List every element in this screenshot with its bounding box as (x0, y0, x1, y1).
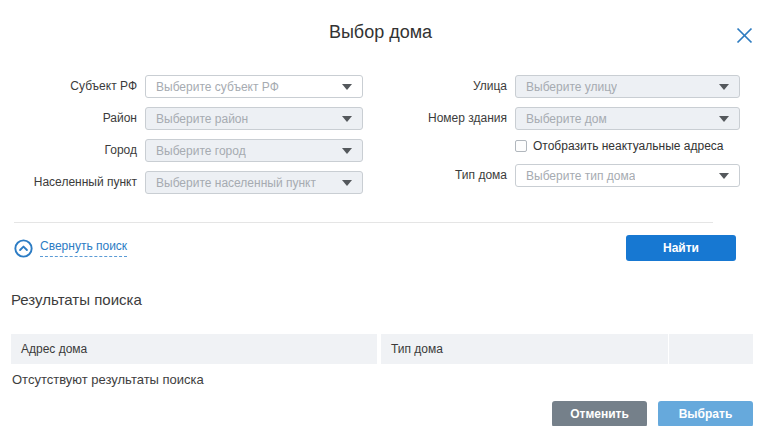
street-select[interactable]: Выберите улицу (515, 75, 740, 98)
house-selection-dialog: Выбор дома Субъект РФ Выберите субъект Р… (0, 22, 761, 426)
column-header-house-address: Адрес дома (11, 334, 377, 364)
city-select[interactable]: Выберите город (145, 139, 363, 162)
column-header-house-type: Тип дома (381, 334, 668, 364)
collapse-search-label: Свернуть поиск (40, 240, 127, 257)
settlement-select[interactable]: Выберите населенный пункт (145, 171, 363, 194)
settlement-placeholder: Выберите населенный пункт (156, 176, 316, 190)
show-inactive-addresses-label: Отобразить неактуальные адреса (533, 139, 723, 153)
city-label: Город (0, 144, 145, 157)
house-type-select[interactable]: Выберите тип дома (515, 164, 740, 187)
settlement-label: Населенный пункт (0, 176, 145, 189)
field-row-house-type: Тип дома Выберите тип дома (372, 164, 740, 187)
divider (14, 222, 713, 223)
results-heading: Результаты поиска (11, 291, 761, 308)
chevron-down-icon (342, 180, 352, 186)
dialog-footer: Отменить Выбрать (0, 401, 753, 426)
subject-rf-label: Субъект РФ (0, 80, 145, 93)
field-row-subject-rf: Субъект РФ Выберите субъект РФ (0, 75, 363, 98)
subject-rf-placeholder: Выберите субъект РФ (156, 80, 279, 94)
street-label: Улица (372, 80, 515, 93)
house-type-label: Тип дома (372, 169, 515, 182)
building-number-select[interactable]: Выберите дом (515, 107, 740, 130)
chevron-down-icon (719, 84, 729, 90)
collapse-search-link[interactable]: Свернуть поиск (14, 239, 127, 258)
street-placeholder: Выберите улицу (526, 80, 617, 94)
building-number-label: Номер здания (372, 112, 515, 125)
address-search-form: Субъект РФ Выберите субъект РФ Район Выб… (0, 75, 761, 203)
form-left-column: Субъект РФ Выберите субъект РФ Район Выб… (0, 75, 363, 203)
close-x-icon (736, 27, 753, 44)
cancel-button[interactable]: Отменить (552, 401, 647, 426)
field-row-city: Город Выберите город (0, 139, 363, 162)
column-header-actions (669, 334, 753, 364)
show-inactive-addresses-row: Отобразить неактуальные адреса (515, 139, 740, 153)
field-row-street: Улица Выберите улицу (372, 75, 740, 98)
show-inactive-addresses-checkbox[interactable] (515, 140, 527, 152)
subject-rf-select[interactable]: Выберите субъект РФ (145, 75, 363, 98)
circle-chevron-up-icon (14, 239, 33, 258)
field-row-settlement: Населенный пункт Выберите населенный пун… (0, 171, 363, 194)
search-actions-bar: Свернуть поиск Найти (14, 235, 736, 261)
field-row-district: Район Выберите район (0, 107, 363, 130)
district-select[interactable]: Выберите район (145, 107, 363, 130)
close-icon[interactable] (735, 26, 753, 44)
dialog-title: Выбор дома (0, 22, 761, 43)
form-right-column: Улица Выберите улицу Номер здания Выбери… (372, 75, 740, 203)
city-placeholder: Выберите город (156, 144, 246, 158)
district-placeholder: Выберите район (156, 112, 248, 126)
empty-results-message: Отсутствуют результаты поиска (12, 372, 761, 387)
house-type-placeholder: Выберите тип дома (526, 169, 635, 183)
building-number-placeholder: Выберите дом (526, 112, 607, 126)
chevron-down-icon (719, 116, 729, 122)
results-table-header: Адрес дома Тип дома (11, 334, 753, 364)
chevron-down-icon (719, 173, 729, 179)
chevron-down-icon (342, 148, 352, 154)
field-row-building-number: Номер здания Выберите дом (372, 107, 740, 130)
find-button[interactable]: Найти (626, 235, 736, 261)
district-label: Район (0, 112, 145, 125)
chevron-down-icon (342, 84, 352, 90)
select-button[interactable]: Выбрать (658, 401, 753, 426)
chevron-down-icon (342, 116, 352, 122)
